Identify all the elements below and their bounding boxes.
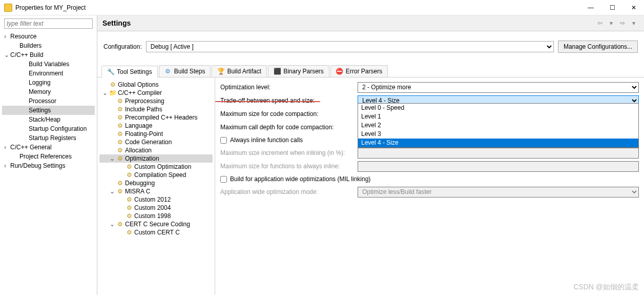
tool-tree-item-floating-point[interactable]: ⚙ Floating-Point: [99, 130, 213, 138]
sidebar-item-run-debug-settings[interactable]: ›Run/Debug Settings: [2, 161, 95, 170]
app-wide-mode-select: Optimize less/Build faster: [358, 187, 639, 198]
tab-tool-settings[interactable]: 🔧Tool Settings: [101, 66, 158, 77]
sidebar-item-startup-configuration[interactable]: Startup Configuration: [2, 124, 95, 133]
sidebar-item-processor[interactable]: Processor: [2, 96, 95, 106]
optimization-level-label: Optimization level:: [220, 84, 354, 91]
configuration-select[interactable]: Debug [ Active ]: [146, 41, 554, 52]
error-icon: ⛔: [336, 68, 343, 75]
gear-icon: ⚙: [116, 188, 123, 195]
minimize-button[interactable]: —: [585, 2, 597, 14]
watermark: CSDN @如烟的温柔: [573, 283, 639, 292]
tool-tree-item-custom-2004[interactable]: ⚙ Custom 2004: [99, 204, 213, 212]
gear-icon: ⚙: [116, 122, 123, 129]
tool-tree-item-global-options[interactable]: ⚙ Global Options: [99, 81, 213, 89]
app-wide-mode-label: Application wide optimization mode:: [220, 188, 354, 195]
gear-icon: ⚙: [116, 155, 123, 162]
gear-icon: ⚙: [116, 114, 123, 121]
tradeoff-option-3[interactable]: Level 3: [358, 130, 638, 139]
sidebar-item-logging[interactable]: Logging: [2, 78, 95, 87]
sidebar-item-builders[interactable]: Builders: [2, 41, 95, 50]
sidebar-item-memory[interactable]: Memory: [2, 87, 95, 96]
sidebar-item-settings[interactable]: Settings: [2, 106, 95, 115]
sidebar-item-resource[interactable]: ›Resource: [2, 32, 95, 41]
sidebar-item-project-references[interactable]: Project References: [2, 152, 95, 161]
steps-icon: ⚙: [164, 68, 172, 75]
optimization-level-select[interactable]: 2 - Optimize more: [358, 82, 639, 93]
tool-settings-tree: ⚙ Global Options⌄📁 C/C++ Compiler⚙ Prepr…: [97, 77, 215, 295]
tool-tree-item-language[interactable]: ⚙ Language: [99, 122, 213, 130]
max-call-depth-label: Maximum call depth for code compaction:: [220, 124, 354, 131]
tradeoff-option-4[interactable]: Level 4 - Size: [358, 139, 638, 147]
tool-tree-item-custom-1998[interactable]: ⚙ Custom 1998: [99, 212, 213, 220]
gear-icon: ⚙: [126, 163, 133, 170]
page-title: Settings: [102, 19, 595, 27]
sidebar-tree: ›ResourceBuilders⌄C/C++ BuildBuild Varia…: [2, 32, 95, 170]
max-inline-increment-label: Maximum size increment when inlining (in…: [220, 149, 354, 156]
tab-build-artifact[interactable]: 🏆Build Artifact: [212, 65, 267, 77]
tradeoff-option-1[interactable]: Level 1: [358, 112, 638, 121]
max-inline-function-label: Maximum size for functions to always inl…: [220, 163, 354, 170]
sidebar-item-startup-registers[interactable]: Startup Registers: [2, 133, 95, 143]
gear-icon: ⚙: [116, 106, 123, 113]
configuration-label: Configuration:: [103, 43, 142, 50]
tool-tree-item-misra-c[interactable]: ⌄⚙ MISRA C: [99, 187, 213, 195]
maximize-button[interactable]: ☐: [606, 2, 618, 14]
max-inline-increment-input: [358, 148, 639, 159]
tool-tree-item-compilation-speed[interactable]: ⚙ Compilation Speed: [99, 171, 213, 179]
configuration-row: Configuration: Debug [ Active ] Manage C…: [97, 31, 644, 62]
tool-tree-item-custom-optimization[interactable]: ⚙ Custom Optimization: [99, 163, 213, 171]
sidebar-item-build-variables[interactable]: Build Variables: [2, 60, 95, 69]
tool-tree-item-c-c-compiler[interactable]: ⌄📁 C/C++ Compiler: [99, 89, 213, 97]
sidebar-item-c-c-general[interactable]: ›C/C++ General: [2, 143, 95, 152]
content-header: Settings ⇦ ▾ ⇨ ▾: [97, 15, 644, 31]
forward-arrow-icon[interactable]: ⇨: [617, 18, 628, 28]
filter-input[interactable]: [4, 18, 93, 29]
tradeoff-option-2[interactable]: Level 2: [358, 121, 638, 130]
tool-tree-item-custom-2012[interactable]: ⚙ Custom 2012: [99, 195, 213, 204]
tab-strip: 🔧Tool Settings⚙Build Steps🏆Build Artifac…: [97, 65, 644, 77]
forward-dropdown-icon[interactable]: ▾: [629, 18, 639, 28]
max-size-compaction-label: Maximum size for code compaction:: [220, 110, 354, 117]
always-inline-checkbox[interactable]: [220, 137, 227, 144]
gear-icon: ⚙: [109, 81, 116, 88]
tab-build-steps[interactable]: ⚙Build Steps: [159, 65, 211, 77]
tool-tree-item-custom-cert-c[interactable]: ⚙ Custom CERT C: [99, 228, 213, 237]
gear-icon: ⚙: [126, 196, 133, 203]
sidebar-item-c-c-build[interactable]: ⌄C/C++ Build: [2, 50, 95, 60]
back-dropdown-icon[interactable]: ▾: [606, 18, 616, 28]
tab-binary-parsers[interactable]: ⬛Binary Parsers: [268, 65, 329, 77]
tool-tree-item-optimization[interactable]: ⌄⚙ Optimization: [99, 154, 213, 163]
gear-icon: ⚙: [126, 204, 133, 211]
tool-tree-item-preprocessing[interactable]: ⚙ Preprocessing: [99, 97, 213, 105]
sidebar-item-stack-heap[interactable]: Stack/Heap: [2, 115, 95, 124]
tab-error-parsers[interactable]: ⛔Error Parsers: [330, 65, 388, 77]
gear-icon: ⚙: [116, 147, 123, 154]
tool-icon: 🔧: [107, 68, 114, 75]
back-arrow-icon[interactable]: ⇦: [595, 18, 605, 28]
tool-tree-item-precompiled-c-headers[interactable]: ⚙ Precompiled C++ Headers: [99, 113, 213, 122]
tradeoff-dropdown-list[interactable]: Level 0 - SpeedLevel 1Level 2Level 3Leve…: [358, 103, 639, 148]
gear-icon: ⚙: [126, 212, 133, 220]
tool-tree-item-code-generation[interactable]: ⚙ Code Generation: [99, 138, 213, 146]
gear-icon: ⚙: [126, 171, 133, 179]
gear-icon: ⚙: [116, 130, 123, 137]
manage-configurations-button[interactable]: Manage Configurations...: [558, 41, 638, 53]
optimization-form: Optimization level: 2 - Optimize more Tr…: [215, 77, 644, 295]
sidebar: ›ResourceBuilders⌄C/C++ BuildBuild Varia…: [0, 15, 97, 295]
sidebar-item-environment[interactable]: Environment: [2, 69, 95, 78]
tool-tree-item-debugging[interactable]: ⚙ Debugging: [99, 179, 213, 187]
app-icon: [4, 4, 12, 12]
tool-tree-item-cert-c-secure-coding[interactable]: ⌄⚙ CERT C Secure Coding: [99, 220, 213, 228]
tool-tree-item-allocation[interactable]: ⚙ Allocation: [99, 146, 213, 154]
tradeoff-option-0[interactable]: Level 0 - Speed: [358, 104, 638, 112]
tradeoff-label: Trade-off between speed and size:: [220, 97, 354, 104]
binary-icon: ⬛: [274, 68, 281, 75]
close-button[interactable]: ✕: [628, 2, 640, 14]
gear-icon: ⚙: [116, 180, 123, 187]
gear-icon: ⚙: [116, 139, 123, 146]
tool-tree-item-include-paths[interactable]: ⚙ Include Paths: [99, 105, 213, 113]
window-controls: — ☐ ✕: [585, 2, 640, 14]
window-title: Properties for MY_Project: [15, 4, 585, 11]
build-mil-checkbox[interactable]: [220, 176, 227, 183]
artifact-icon: 🏆: [217, 68, 224, 75]
